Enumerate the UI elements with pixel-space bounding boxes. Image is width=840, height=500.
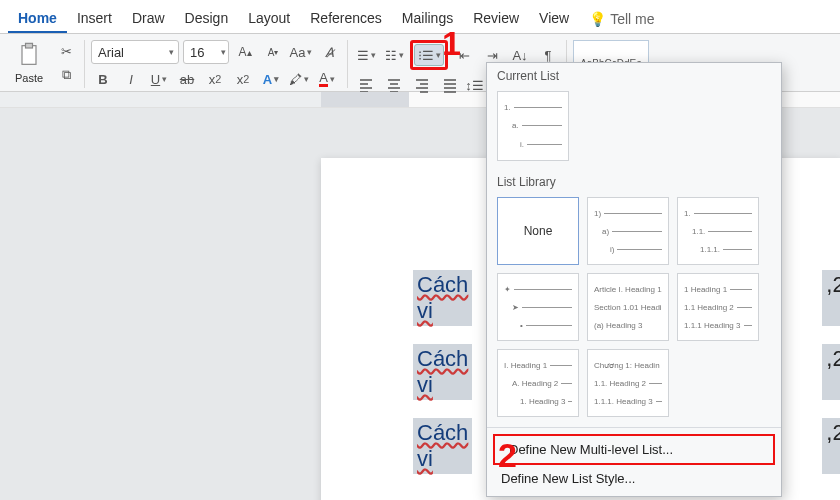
text-effects-button[interactable]: A▾ (259, 68, 283, 90)
line-spacing-icon: ↕☰ (465, 78, 484, 93)
tab-view[interactable]: View (529, 4, 579, 33)
list-thumb[interactable]: Article I. Heading 1 Section 1.01 Headi … (587, 273, 669, 341)
highlighter-icon: 🖍 (289, 72, 302, 87)
font-name-select[interactable]: Arial▾ (91, 40, 179, 64)
define-new-multilevel-list[interactable]: Define New Multi-level List... (495, 436, 773, 463)
list-thumb[interactable]: Chương 1: Headin 1.1. Heading 2 1.1.1. H… (587, 349, 669, 417)
sort-icon: A↓ (512, 48, 527, 63)
tab-design[interactable]: Design (175, 4, 239, 33)
multilevel-icon: ⁝☰ (418, 48, 434, 63)
chevron-down-icon: ▾ (221, 47, 226, 57)
bullets-icon: ☰ (357, 48, 369, 63)
scissors-icon: ✂ (61, 44, 72, 59)
text-segment-left: Cách vi (413, 270, 472, 326)
svg-rect-1 (26, 43, 33, 48)
tell-me-label: Tell me (610, 11, 654, 27)
none-label: None (524, 224, 553, 238)
text-segment-left: Cách vi (413, 344, 472, 400)
annotation-highlight-2: Define New Multi-level List... (493, 434, 775, 465)
tell-me[interactable]: 💡 Tell me (579, 4, 664, 33)
underline-button[interactable]: U▾ (147, 68, 171, 90)
multilevel-list-button[interactable]: ⁝☰▾ (414, 44, 444, 66)
annotation-2: 2 (498, 436, 517, 475)
italic-button[interactable]: I (119, 68, 143, 90)
tab-references[interactable]: References (300, 4, 392, 33)
current-list-thumb[interactable]: 1. a. i. (497, 91, 569, 161)
define-new-list-style[interactable]: Define New List Style... (487, 465, 781, 492)
clear-formatting-button[interactable]: A̷ (317, 41, 341, 63)
tab-home[interactable]: Home (8, 4, 67, 33)
text-segment-right: ,2010 (822, 418, 840, 474)
paste-label: Paste (15, 72, 43, 84)
annotation-1: 1 (442, 24, 461, 63)
copy-icon: ⧉ (62, 67, 71, 83)
bullets-button[interactable]: ☰▾ (354, 44, 378, 66)
lightbulb-icon: 💡 (589, 11, 606, 27)
list-library-header: List Library (487, 169, 781, 193)
numbering-button[interactable]: ☷▾ (382, 44, 406, 66)
list-thumb[interactable]: ✦ ➤ • (497, 273, 579, 341)
cut-button[interactable]: ✂ (54, 40, 78, 62)
font-size-select[interactable]: 16▾ (183, 40, 229, 64)
change-case-button[interactable]: Aa▾ (289, 41, 313, 63)
multilevel-list-panel: Current List 1. a. i. List Library None … (486, 62, 782, 497)
text-segment-right: ,2010 (822, 344, 840, 400)
superscript-button[interactable]: x2 (231, 68, 255, 90)
list-none-thumb[interactable]: None (497, 197, 579, 265)
strikethrough-button[interactable]: ab (175, 68, 199, 90)
font-name-value: Arial (98, 45, 124, 60)
current-list-header: Current List (487, 63, 781, 87)
shrink-font-button[interactable]: A▾ (261, 41, 285, 63)
indent-icon: ⇥ (487, 48, 498, 63)
pilcrow-icon: ¶ (545, 48, 552, 63)
grow-font-button[interactable]: A▴ (233, 41, 257, 63)
clipboard-icon (15, 40, 43, 70)
font-size-value: 16 (190, 45, 204, 60)
text-segment-left: Cách vi (413, 418, 472, 474)
bold-button[interactable]: B (91, 68, 115, 90)
numbering-icon: ☷ (385, 48, 397, 63)
font-color-button[interactable]: A▾ (315, 68, 339, 90)
subscript-button[interactable]: x2 (203, 68, 227, 90)
ribbon-tabs: Home Insert Draw Design Layout Reference… (0, 0, 840, 34)
eraser-icon: A̷ (325, 45, 334, 60)
list-thumb[interactable]: 1) a) i) (587, 197, 669, 265)
list-thumb[interactable]: 1. 1.1. 1.1.1. (677, 197, 759, 265)
list-thumb[interactable]: 1 Heading 1 1.1 Heading 2 1.1.1 Heading … (677, 273, 759, 341)
tab-draw[interactable]: Draw (122, 4, 175, 33)
tab-review[interactable]: Review (463, 4, 529, 33)
tab-layout[interactable]: Layout (238, 4, 300, 33)
highlight-button[interactable]: 🖍▾ (287, 68, 311, 90)
copy-button[interactable]: ⧉ (54, 64, 78, 86)
tab-insert[interactable]: Insert (67, 4, 122, 33)
chevron-down-icon: ▾ (169, 47, 174, 57)
list-thumb[interactable]: I. Heading 1 A. Heading 2 1. Heading 3 (497, 349, 579, 417)
text-segment-right: ,2010 (822, 270, 840, 326)
